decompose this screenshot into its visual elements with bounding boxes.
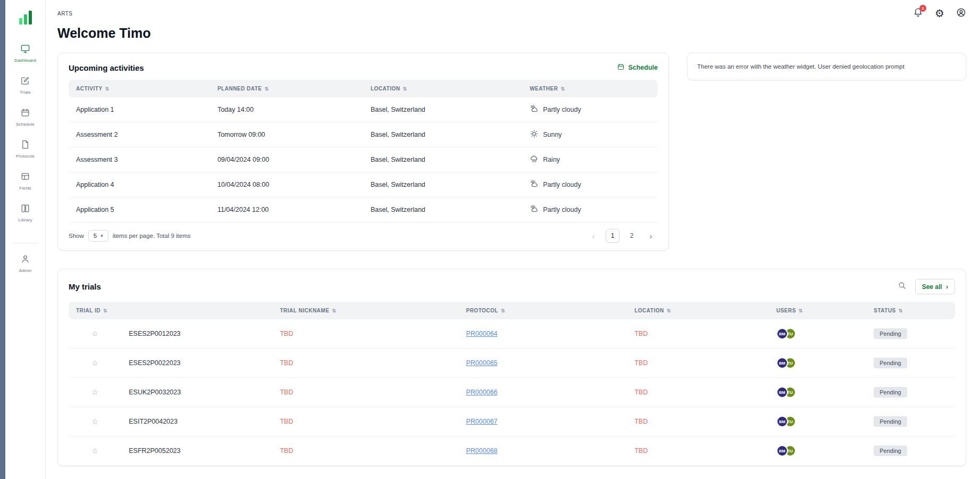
trial-row[interactable]: ☆ ESFR2P0052023 TBD PR000068 TBD BMTU Pe… bbox=[69, 436, 955, 466]
sidebar-item-fields[interactable]: Fields bbox=[19, 171, 31, 191]
sidebar-item-protocols[interactable]: Protocols bbox=[16, 139, 35, 159]
see-all-button[interactable]: See all › bbox=[915, 279, 955, 294]
activity-cell: Application 1 bbox=[69, 97, 210, 122]
protocol-link[interactable]: PR000068 bbox=[466, 447, 497, 455]
trial-nickname-cell: TBD bbox=[272, 436, 458, 466]
users-avatar-group[interactable]: BMTU bbox=[776, 416, 796, 427]
notification-badge: 1 bbox=[919, 5, 926, 12]
avatar: BM bbox=[776, 445, 788, 457]
top-row: Upcoming activities Schedule Activity⇅ P… bbox=[57, 53, 966, 251]
weather-label: Sunny bbox=[543, 131, 562, 138]
column-header-trial-nickname[interactable]: Trial nickname⇅ bbox=[272, 302, 458, 319]
topbar-icons: 1 ⚙ bbox=[913, 7, 966, 20]
app-logo[interactable] bbox=[19, 9, 32, 24]
sidebar-item-label: Trials bbox=[20, 90, 30, 95]
sidebar-item-label: Library bbox=[19, 218, 32, 222]
trial-nickname-cell: TBD bbox=[272, 378, 458, 407]
search-button[interactable] bbox=[898, 281, 907, 292]
sidebar: Dashboard Trials Schedule Protocols Fiel… bbox=[5, 0, 46, 479]
column-header-planned-date[interactable]: Planned date⇅ bbox=[210, 80, 363, 97]
schedule-button[interactable]: Schedule bbox=[617, 63, 658, 72]
column-header-location[interactable]: Location⇅ bbox=[627, 302, 769, 319]
sidebar-item-admin[interactable]: Admin bbox=[19, 254, 32, 273]
sidebar-item-library[interactable]: Library bbox=[19, 203, 32, 222]
trial-location-cell: TBD bbox=[627, 436, 769, 466]
location-cell: Basel, Switzerland bbox=[363, 147, 522, 172]
column-header-trial-id[interactable]: Trial ID⇅ bbox=[69, 302, 272, 319]
page-button-1[interactable]: 1 bbox=[606, 229, 619, 243]
next-page-button[interactable]: › bbox=[644, 229, 658, 243]
favorite-star-icon[interactable]: ☆ bbox=[91, 329, 98, 338]
notifications-button[interactable]: 1 bbox=[913, 7, 923, 20]
card-title: My trials bbox=[69, 282, 101, 291]
gear-icon: ⚙ bbox=[935, 8, 944, 19]
activity-row[interactable]: Assessment 2 Tomorrow 09:00 Basel, Switz… bbox=[69, 122, 658, 147]
sidebar-item-trials[interactable]: Trials bbox=[20, 76, 30, 95]
schedule-button-label: Schedule bbox=[628, 64, 658, 71]
favorite-star-icon[interactable]: ☆ bbox=[91, 359, 98, 367]
user-avatar-icon bbox=[956, 7, 966, 20]
sidebar-item-label: Fields bbox=[19, 186, 31, 191]
protocol-link[interactable]: PR000066 bbox=[466, 389, 497, 396]
page-title: Welcome Timo bbox=[57, 26, 966, 41]
date-cell: Today 14:00 bbox=[210, 97, 363, 122]
users-avatar-group[interactable]: BMTU bbox=[776, 445, 796, 457]
trial-row[interactable]: ☆ ESIT2P0042023 TBD PR000067 TBD BMTU Pe… bbox=[69, 407, 955, 436]
sort-icon: ⇅ bbox=[332, 308, 336, 313]
sidebar-item-dashboard[interactable]: Dashboard bbox=[14, 44, 36, 63]
trials-table: Trial ID⇅ Trial nickname⇅ Protocol⇅ Loca… bbox=[69, 302, 955, 466]
trial-nickname-cell: TBD bbox=[272, 407, 458, 436]
users-avatar-group[interactable]: BMTU bbox=[776, 328, 796, 340]
see-all-label: See all bbox=[922, 283, 942, 291]
sidebar-item-schedule[interactable]: Schedule bbox=[16, 108, 35, 127]
avatar: BM bbox=[776, 357, 788, 369]
users-avatar-group[interactable]: BMTU bbox=[776, 386, 796, 398]
trial-row[interactable]: ☆ ESUK2P0032023 TBD PR000066 TBD BMTU Pe… bbox=[69, 378, 955, 407]
sort-icon: ⇅ bbox=[501, 308, 505, 313]
prev-page-button[interactable]: ‹ bbox=[587, 229, 600, 243]
column-header-location[interactable]: Location⇅ bbox=[363, 80, 522, 97]
avatar: BM bbox=[776, 416, 788, 427]
activity-row[interactable]: Application 4 10/04/2024 08:00 Basel, Sw… bbox=[69, 172, 658, 197]
favorite-star-icon[interactable]: ☆ bbox=[91, 417, 98, 426]
column-header-weather[interactable]: Weather⇅ bbox=[522, 80, 658, 97]
activity-cell: Assessment 3 bbox=[69, 147, 210, 172]
trial-id-cell: ESES2P0012023 bbox=[121, 319, 272, 349]
trial-id-cell: ESIT2P0042023 bbox=[121, 407, 272, 436]
search-icon bbox=[898, 281, 907, 292]
activity-row[interactable]: Application 1 Today 14:00 Basel, Switzer… bbox=[69, 97, 658, 122]
profile-button[interactable] bbox=[956, 7, 966, 20]
protocol-link[interactable]: PR000064 bbox=[466, 330, 497, 337]
location-cell: Basel, Switzerland bbox=[363, 197, 522, 222]
admin-user-icon bbox=[20, 254, 30, 266]
page-button-2[interactable]: 2 bbox=[625, 229, 639, 243]
sort-icon: ⇅ bbox=[899, 308, 903, 313]
column-header-protocol[interactable]: Protocol⇅ bbox=[458, 302, 627, 319]
column-header-status[interactable]: Status⇅ bbox=[866, 302, 955, 319]
avatar: BM bbox=[776, 328, 788, 340]
column-header-activity[interactable]: Activity⇅ bbox=[69, 80, 210, 97]
users-avatar-group[interactable]: BMTU bbox=[776, 357, 796, 369]
trial-row[interactable]: ☆ ESES2P0012023 TBD PR000064 TBD BMTU Pe… bbox=[69, 319, 955, 349]
activity-row[interactable]: Application 5 11/04/2024 12:00 Basel, Sw… bbox=[69, 197, 658, 222]
sort-icon: ⇅ bbox=[667, 308, 671, 313]
activity-row[interactable]: Assessment 3 09/04/2024 09:00 Basel, Swi… bbox=[69, 147, 658, 172]
column-header-users[interactable]: Users⇅ bbox=[769, 302, 866, 319]
trial-nickname-cell: TBD bbox=[272, 319, 458, 349]
edit-icon bbox=[20, 76, 30, 88]
status-badge: Pending bbox=[874, 445, 907, 456]
favorite-star-icon[interactable]: ☆ bbox=[91, 447, 98, 455]
protocol-link[interactable]: PR000067 bbox=[466, 418, 497, 425]
protocol-link[interactable]: PR000065 bbox=[466, 359, 497, 367]
card-title: Upcoming activities bbox=[69, 63, 144, 72]
sort-icon: ⇅ bbox=[403, 86, 407, 92]
per-page-select[interactable]: 5 ▾ bbox=[88, 230, 108, 242]
settings-button[interactable]: ⚙ bbox=[935, 8, 944, 19]
weather-label: Partly cloudy bbox=[543, 206, 581, 213]
sunny-icon bbox=[530, 129, 539, 140]
partly-cloudy-icon bbox=[530, 104, 539, 115]
favorite-star-icon[interactable]: ☆ bbox=[91, 388, 98, 397]
trial-row[interactable]: ☆ ESES2P0022023 TBD PR000065 TBD BMTU Pe… bbox=[69, 349, 955, 378]
weather-label: Partly cloudy bbox=[543, 181, 581, 188]
calendar-icon bbox=[20, 108, 30, 120]
